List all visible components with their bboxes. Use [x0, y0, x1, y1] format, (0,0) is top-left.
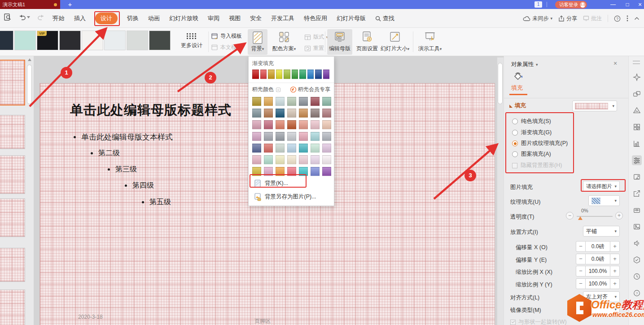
slide-bullet-level3[interactable]: 第三级	[108, 165, 137, 174]
color-swatch[interactable]	[287, 155, 296, 164]
canvas-scrollbar-thumb[interactable]	[498, 63, 503, 104]
color-swatch[interactable]	[276, 155, 285, 164]
object-properties-icon[interactable]	[632, 155, 642, 165]
template-thumbnail[interactable]: VIP	[37, 31, 58, 50]
redo-icon[interactable]	[36, 13, 45, 21]
color-swatch[interactable]	[264, 155, 273, 164]
doc-template-button[interactable]: 本文模板	[211, 44, 242, 51]
background-menu-item[interactable]: 背景(K)...	[252, 177, 330, 189]
color-swatch[interactable]	[276, 70, 283, 79]
tab-fill[interactable]: 填充	[511, 84, 523, 92]
new-tab-button[interactable]: +	[66, 0, 74, 9]
shape-switch-icon[interactable]	[632, 89, 642, 99]
menu-item-special-apps[interactable]: 特色应用	[304, 14, 327, 22]
slide-title-placeholder[interactable]: 单击此处编辑母版标题样式	[70, 101, 232, 119]
color-swatch[interactable]	[322, 144, 331, 153]
offset-x-increase-button[interactable]: +	[610, 241, 620, 252]
color-swatch[interactable]	[311, 132, 320, 141]
color-scheme-button[interactable]: 配色方案▾	[270, 29, 298, 55]
color-swatch[interactable]	[276, 132, 285, 141]
color-swatch[interactable]	[264, 120, 273, 129]
menu-item-transition[interactable]: 切换	[127, 14, 139, 22]
transparency-increase-button[interactable]: +	[615, 212, 623, 220]
selection-pane-icon[interactable]	[632, 172, 642, 182]
share-button[interactable]: 分享	[558, 15, 577, 22]
color-swatch[interactable]	[276, 144, 285, 153]
color-swatch[interactable]	[299, 97, 308, 106]
color-swatch[interactable]	[252, 167, 261, 176]
slide-thumbnail-selected[interactable]	[0, 60, 25, 105]
document-tab[interactable]: 演示文稿1	[0, 0, 60, 9]
color-swatch[interactable]	[307, 70, 314, 79]
offset-y-increase-button[interactable]: +	[610, 254, 620, 264]
color-swatch[interactable]	[287, 109, 296, 118]
fill-preview-dropdown[interactable]: ▾	[572, 101, 617, 111]
scale-x-decrease-button[interactable]: −	[576, 266, 586, 277]
radio-picture-texture-fill[interactable]: 图片或纹理填充(P)	[512, 140, 568, 147]
slide-size-button[interactable]: 幻灯片大小▾	[381, 29, 409, 55]
menu-item-design[interactable]: 设计	[95, 13, 118, 24]
scale-y-increase-button[interactable]: +	[610, 278, 620, 289]
offset-x-value[interactable]: 0.0磅	[586, 241, 610, 252]
menu-item-devtools[interactable]: 开发工具	[271, 14, 294, 22]
color-swatch[interactable]	[299, 70, 306, 79]
slide-thumbnail[interactable]	[0, 248, 25, 282]
menu-item-slideshow[interactable]: 幻灯片放映	[169, 14, 198, 22]
template-thumbnail[interactable]	[59, 31, 81, 50]
background-button[interactable]: 背景▾	[248, 29, 267, 55]
checkbox-hide-background[interactable]: 隐藏背景图形(H)	[512, 162, 562, 169]
slide-date-placeholder[interactable]: 2020-3-18	[78, 314, 103, 320]
effects-star-icon[interactable]	[632, 72, 642, 82]
color-swatch[interactable]	[299, 120, 308, 129]
checkbox-rotate-with-shape[interactable]: 与形状一起旋转(W)	[510, 318, 567, 325]
close-button[interactable]: ×	[634, 0, 644, 9]
save-background-as-picture-item[interactable]: 背景另存为图片(P)...	[252, 191, 330, 203]
panel-handle-icon[interactable]	[633, 61, 640, 64]
color-swatch[interactable]	[276, 109, 285, 118]
slide-thumbnail[interactable]	[0, 155, 25, 194]
fill-section-title[interactable]: 填充	[515, 102, 526, 110]
minimize-button[interactable]: —	[607, 0, 619, 9]
menu-item-review[interactable]: 审阅	[208, 14, 219, 22]
color-swatch[interactable]	[252, 120, 261, 129]
color-swatch[interactable]	[268, 70, 275, 79]
template-thumbnail[interactable]	[104, 31, 126, 50]
offset-x-decrease-button[interactable]: −	[576, 241, 586, 252]
slide-bullet-level4[interactable]: 第四级	[125, 181, 154, 190]
picture-fill-dropdown[interactable]: 请选择图片 ▾	[583, 181, 620, 192]
scale-x-value[interactable]: 100.0%	[586, 266, 610, 277]
page-setup-button[interactable]: 页面设置	[355, 29, 380, 55]
color-swatch[interactable]	[252, 155, 261, 164]
color-swatch[interactable]	[287, 144, 296, 153]
color-swatch[interactable]	[276, 167, 285, 176]
toolbox-icon[interactable]	[632, 205, 642, 215]
find-button[interactable]: 查找	[375, 14, 394, 22]
offset-y-decrease-button[interactable]: −	[576, 254, 586, 264]
guest-login-button[interactable]: 访客登录	[555, 1, 587, 9]
color-swatch[interactable]	[264, 167, 273, 176]
help-button[interactable]: ?	[614, 15, 621, 22]
color-swatch[interactable]	[276, 97, 285, 106]
offset-y-value[interactable]: 0.0磅	[586, 254, 610, 264]
template-thumbnail[interactable]	[149, 31, 171, 50]
color-swatch[interactable]	[299, 167, 308, 176]
color-swatch[interactable]	[252, 109, 261, 118]
color-swatch[interactable]	[322, 167, 331, 176]
color-swatch[interactable]	[252, 144, 261, 153]
preview-icon[interactable]	[4, 13, 12, 21]
color-swatch[interactable]	[287, 97, 296, 106]
color-swatch[interactable]	[299, 155, 308, 164]
docer-badge-icon[interactable]	[632, 255, 642, 265]
sound-icon[interactable]	[632, 238, 642, 248]
comment-button[interactable]: 批注	[583, 15, 602, 22]
slide-thumbnail[interactable]	[0, 290, 25, 325]
picture-panel-icon[interactable]	[632, 222, 642, 232]
color-swatch[interactable]	[311, 144, 320, 153]
import-template-button[interactable]: 导入模板	[211, 32, 242, 40]
transparency-decrease-button[interactable]: −	[566, 212, 574, 220]
menu-item-animation[interactable]: 动画	[148, 14, 160, 22]
transparency-slider-handle[interactable]	[578, 216, 583, 220]
scale-y-value[interactable]: 100.0%	[586, 278, 610, 289]
color-swatch[interactable]	[264, 109, 273, 118]
color-swatch[interactable]	[287, 167, 296, 176]
